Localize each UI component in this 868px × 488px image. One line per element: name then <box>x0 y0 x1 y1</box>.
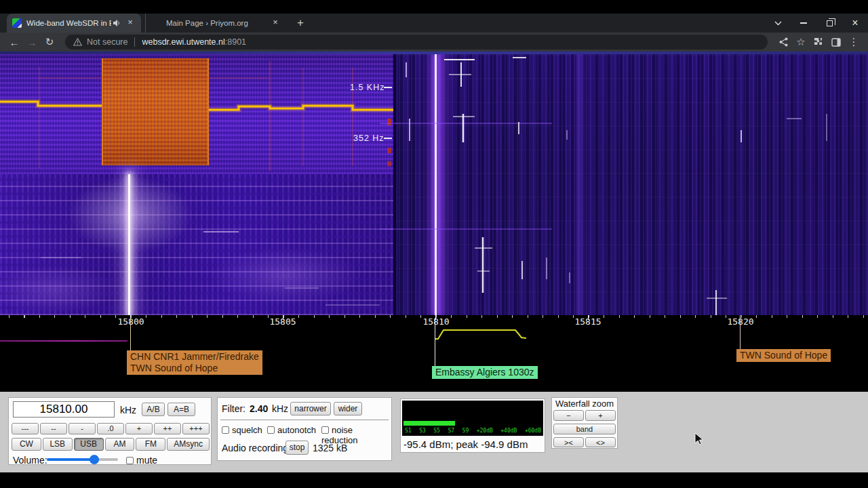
step-down-1-button[interactable]: - <box>68 423 96 434</box>
tab-websdr[interactable]: Wide-band WebSDR in Ensch × <box>7 14 141 33</box>
tab-priyom[interactable]: Main Page › Priyom.org × <box>145 14 286 33</box>
mode-usb-button[interactable]: USB <box>74 438 104 451</box>
tab-search-chevron-icon[interactable] <box>765 14 791 33</box>
step-round-button[interactable]: .0 <box>97 423 124 434</box>
smeter-signal-bar <box>403 421 455 426</box>
frequency-scale-band: 15800 15805 15810 15815 15820 CHN CNR1 J… <box>0 315 868 392</box>
autonotch-checkbox[interactable] <box>267 426 275 434</box>
waterfall-narrow-view-button[interactable]: >< <box>553 437 584 447</box>
window-controls: × <box>765 14 868 33</box>
recording-size: 1325 kB <box>313 443 347 453</box>
waterfall-zoom-out-button[interactable]: − <box>553 410 584 421</box>
tab-title: Wide-band WebSDR in Ensch <box>26 19 111 27</box>
smeter-display: S1 S3 S5 S7 S9 +20dB +40dB +60dB <box>402 401 543 436</box>
tab-close-icon[interactable]: × <box>270 18 281 28</box>
waterfall-display[interactable]: 1.5 KHz 352 Hz <box>0 54 868 315</box>
station-label-twn-sound-of-hope[interactable]: TWN Sound of Hope <box>736 349 831 362</box>
reload-icon[interactable]: ↻ <box>41 34 58 50</box>
filter-value: 2.40 <box>250 403 268 414</box>
mouse-cursor <box>694 432 704 445</box>
bookmark-star-icon[interactable]: ☆ <box>792 34 810 50</box>
marker-line-15800 <box>130 318 131 350</box>
screen: Wide-band WebSDR in Ensch × Main Page › … <box>0 0 868 488</box>
step-up-2-button[interactable]: ++ <box>154 423 181 434</box>
mode-button-row: CW LSB USB AM FM AMsync <box>12 438 210 451</box>
websdr-favicon-icon <box>12 18 22 28</box>
narrower-button[interactable]: narrower <box>290 402 331 415</box>
waterfall-zoom-panel: Waterfall zoom − + band >< <> <box>551 397 618 449</box>
ab-button[interactable]: A/B <box>142 403 165 416</box>
volume-slider-thumb[interactable] <box>90 455 99 464</box>
volume-slider[interactable] <box>47 455 118 464</box>
tab-title: Main Page › Priyom.org <box>166 19 270 27</box>
window-top-strip <box>0 0 868 14</box>
filter-unit: kHz <box>272 403 288 414</box>
tab-audio-icon[interactable] <box>113 19 121 27</box>
new-tab-button[interactable]: + <box>292 15 309 33</box>
noise-reduction-checkbox[interactable] <box>321 426 329 434</box>
marker-line-15810 <box>435 318 435 366</box>
audio-recording-label: Audio recording <box>222 443 288 453</box>
step-button-row: --- -- - .0 + ++ +++ <box>12 423 210 434</box>
step-up-1-button[interactable]: + <box>125 423 153 434</box>
address-divider <box>134 37 135 47</box>
signal-marks <box>0 54 868 315</box>
url-host: websdr.ewi.utwente.nl <box>142 37 224 47</box>
security-label: Not secure <box>87 37 127 47</box>
panel-divider <box>220 420 389 420</box>
address-bar[interactable]: Not secure websdr.ewi.utwente.nl:8901 <box>65 35 768 49</box>
a-equals-b-button[interactable]: A=B <box>167 403 195 416</box>
mode-am-button[interactable]: AM <box>105 438 135 451</box>
forward-icon[interactable]: → <box>23 34 41 50</box>
smeter-panel: S1 S3 S5 S7 S9 +20dB +40dB +60dB -95.4 d… <box>400 399 545 453</box>
waterfall-band-button[interactable]: band <box>553 424 616 434</box>
tab-bar: Wide-band WebSDR in Ensch × Main Page › … <box>0 14 868 33</box>
extensions-icon[interactable] <box>810 34 827 50</box>
browser-toolbar: ← → ↻ Not secure websdr.ewi.utwente.nl:8… <box>0 33 868 52</box>
window-bottom-strip <box>0 472 868 488</box>
mute-checkbox[interactable] <box>126 457 134 464</box>
menu-icon[interactable]: ⋮ <box>845 34 863 50</box>
not-secure-warning-icon <box>73 38 82 46</box>
squelch-checkbox[interactable] <box>222 426 229 434</box>
station-label-firedrake[interactable]: CHN CNR1 Jammer/Firedrake TWN Sound of H… <box>127 350 262 375</box>
marker-line-15820 <box>740 318 741 349</box>
minimize-button[interactable] <box>791 14 816 33</box>
squelch-control: squelch <box>222 425 262 435</box>
waterfall-wide-view-button[interactable]: <> <box>585 437 616 447</box>
autonotch-control: autonotch <box>267 425 316 435</box>
tab-close-icon[interactable]: × <box>125 18 136 28</box>
step-down-3-button[interactable]: --- <box>12 423 39 434</box>
mode-amsync-button[interactable]: AMsync <box>167 438 210 451</box>
url-port: :8901 <box>225 37 246 47</box>
mode-lsb-button[interactable]: LSB <box>43 438 73 451</box>
stop-recording-button[interactable]: stop <box>285 441 309 455</box>
side-panel-icon[interactable] <box>827 34 845 50</box>
waterfall-zoom-title: Waterfall zoom <box>552 399 617 409</box>
restore-button[interactable] <box>816 14 842 33</box>
filter-panel: Filter: 2.40 kHz narrower wider squelch … <box>217 397 392 461</box>
close-window-button[interactable]: × <box>842 14 868 33</box>
smeter-scale: S1 S3 S5 S7 S9 +20dB +40dB +60dB <box>405 428 541 434</box>
step-up-3-button[interactable]: +++ <box>182 423 210 434</box>
mute-label: mute <box>136 455 157 466</box>
waterfall-zoom-in-button[interactable]: + <box>585 410 616 421</box>
mute-control: mute <box>126 455 157 466</box>
receiver-control-panel: kHz A/B A=B --- -- - .0 + ++ +++ CW LSB … <box>0 392 868 472</box>
station-label-embassy-algiers[interactable]: Embassy Algiers 1030z <box>432 366 538 379</box>
filter-label: Filter: <box>222 403 245 414</box>
mode-fm-button[interactable]: FM <box>136 438 165 451</box>
volume-label: Volume: <box>13 455 47 466</box>
wider-button[interactable]: wider <box>334 402 362 415</box>
tuning-panel: kHz A/B A=B --- -- - .0 + ++ +++ CW LSB … <box>8 397 212 465</box>
share-icon[interactable] <box>774 34 792 50</box>
step-down-2-button[interactable]: -- <box>40 423 67 434</box>
frequency-input[interactable] <box>13 401 115 418</box>
khz-unit-label: kHz <box>120 405 136 415</box>
mode-cw-button[interactable]: CW <box>12 438 41 451</box>
signal-strength-reading: -95.4 dBm; peak -94.9 dBm <box>403 439 528 450</box>
back-icon[interactable]: ← <box>5 34 23 50</box>
